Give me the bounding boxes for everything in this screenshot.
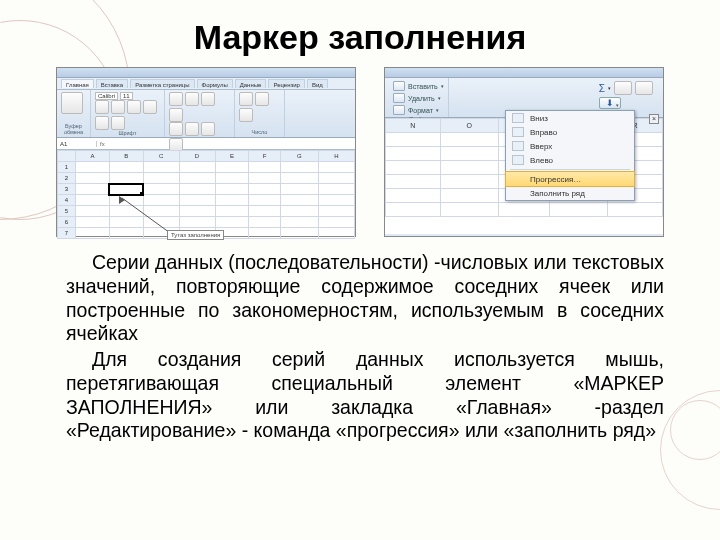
worksheet-grid[interactable]: A B C D E F G H 1 2 3 4 5 6 7: [57, 150, 355, 236]
paste-button[interactable]: [61, 92, 83, 114]
group-clipboard-label: Буфер обмена: [61, 123, 86, 135]
arrow-annotation: [117, 198, 197, 249]
align-button[interactable]: [185, 122, 199, 136]
fx-icon[interactable]: fx: [97, 141, 108, 147]
ribbon-tabs: Главная Вставка Разметка страницы Формул…: [57, 78, 355, 90]
tab-insert[interactable]: Вставка: [96, 79, 128, 88]
tab-formulas[interactable]: Формулы: [197, 79, 233, 88]
col-header[interactable]: F: [249, 151, 280, 162]
col-header[interactable]: H: [318, 151, 354, 162]
align-button[interactable]: [185, 92, 199, 106]
font-size-field[interactable]: 11: [120, 92, 133, 100]
col-header[interactable]: D: [179, 151, 215, 162]
col-header[interactable]: G: [280, 151, 318, 162]
autosum-icon[interactable]: Σ: [599, 83, 605, 94]
sort-button[interactable]: [614, 81, 632, 95]
ribbon: Буфер обмена Calibri 11 Шрифт Выравниван…: [57, 90, 355, 138]
tab-data[interactable]: Данные: [235, 79, 267, 88]
col-header[interactable]: B: [109, 151, 143, 162]
group-number-label: Число: [239, 129, 280, 135]
group-font-label: Шрифт: [95, 130, 160, 136]
align-button[interactable]: [169, 92, 183, 106]
menu-justify[interactable]: Заполнить ряд: [506, 186, 634, 200]
body-text: Серии данных (последовательности) -число…: [0, 237, 720, 443]
font-name-field[interactable]: Calibri: [95, 92, 118, 100]
blank-icon: [512, 174, 524, 184]
fill-button[interactable]: ⬇: [599, 97, 621, 109]
tab-home[interactable]: Главная: [61, 79, 94, 88]
delete-icon: [393, 93, 405, 103]
align-button[interactable]: [201, 92, 215, 106]
col-header[interactable]: N: [386, 119, 441, 133]
menu-separator: [510, 169, 630, 170]
window-titlebar: [385, 68, 663, 78]
fill-handle-callout: Тутаз заполнения: [167, 230, 224, 240]
menu-fill-down[interactable]: Вниз: [506, 111, 634, 125]
window-titlebar: [57, 68, 355, 78]
menu-progression[interactable]: Прогрессия…: [505, 171, 635, 187]
menu-fill-up[interactable]: Вверх: [506, 139, 634, 153]
row-header[interactable]: 1: [58, 162, 76, 173]
row-header[interactable]: 6: [58, 217, 76, 228]
insert-button[interactable]: Вставить: [408, 83, 438, 90]
menu-fill-right[interactable]: Вправо: [506, 125, 634, 139]
find-button[interactable]: [635, 81, 653, 95]
insert-icon: [393, 81, 405, 91]
col-header[interactable]: A: [76, 151, 110, 162]
screenshot-fill-handle: Главная Вставка Разметка страницы Формул…: [56, 67, 356, 237]
paragraph-2: Для создания серий данных используется м…: [66, 348, 664, 443]
row-header[interactable]: 4: [58, 195, 76, 206]
tab-view[interactable]: Вид: [307, 79, 328, 88]
wrap-button[interactable]: [169, 108, 183, 122]
fill-dropdown-menu: Вниз Вправо Вверх Влево Прогрессия… Запо…: [505, 110, 635, 201]
align-button[interactable]: [169, 122, 183, 136]
fill-up-icon: [512, 141, 524, 151]
number-button[interactable]: [239, 92, 253, 106]
fill-down-icon: ⬇: [606, 98, 614, 108]
format-button[interactable]: Формат: [408, 107, 433, 114]
fill-left-icon: [512, 155, 524, 165]
svg-marker-1: [119, 196, 125, 204]
tab-review[interactable]: Рецензир: [268, 79, 305, 88]
row-header[interactable]: 2: [58, 173, 76, 184]
number-button[interactable]: [239, 108, 253, 122]
font-color-button[interactable]: [111, 116, 125, 130]
row-header[interactable]: 3: [58, 184, 76, 195]
fill-right-icon: [512, 127, 524, 137]
col-header[interactable]: O: [440, 119, 498, 133]
fill-down-icon: [512, 113, 524, 123]
selected-cell[interactable]: [109, 184, 143, 195]
number-button[interactable]: [255, 92, 269, 106]
col-header[interactable]: C: [143, 151, 179, 162]
close-icon[interactable]: ×: [649, 114, 659, 124]
format-icon: [393, 105, 405, 115]
row-header[interactable]: 5: [58, 206, 76, 217]
row-header[interactable]: 7: [58, 228, 76, 239]
blank-icon: [512, 188, 524, 198]
underline-button[interactable]: [127, 100, 141, 114]
tab-layout[interactable]: Разметка страницы: [130, 79, 194, 88]
name-box[interactable]: A1: [57, 141, 97, 147]
menu-fill-left[interactable]: Влево: [506, 153, 634, 167]
bold-button[interactable]: [95, 100, 109, 114]
fill-color-button[interactable]: [95, 116, 109, 130]
paragraph-1: Серии данных (последовательности) -число…: [66, 251, 664, 346]
italic-button[interactable]: [111, 100, 125, 114]
delete-button[interactable]: Удалить: [408, 95, 435, 102]
screenshot-fill-menu: Вставить▾ Удалить▾ Формат▾ Ячейки Σ ▾ ⬇: [384, 67, 664, 237]
border-button[interactable]: [143, 100, 157, 114]
align-button[interactable]: [201, 122, 215, 136]
col-header[interactable]: E: [215, 151, 249, 162]
